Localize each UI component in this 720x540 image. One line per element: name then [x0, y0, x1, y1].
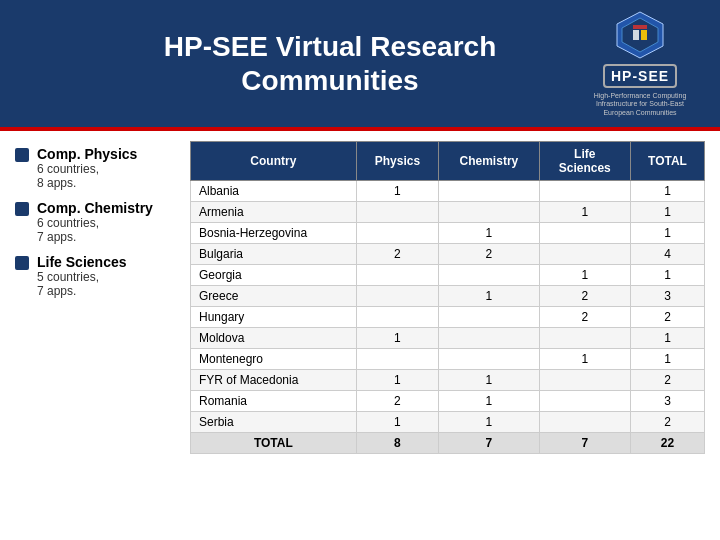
cell-4-3: 1: [539, 265, 630, 286]
cell-10-4: 3: [630, 391, 704, 412]
bullet-icon-3: [15, 256, 29, 270]
cell-3-2: 2: [439, 244, 539, 265]
bullet-content-3: Life Sciences 5 countries, 7 apps.: [37, 254, 127, 298]
cell-1-2: [439, 202, 539, 223]
cell-7-3: [539, 328, 630, 349]
cell-8-2: [439, 349, 539, 370]
header: HP-SEE Virtual Research Communities HP-S…: [0, 0, 720, 127]
table-row: Albania11: [191, 181, 705, 202]
cell-11-3: [539, 412, 630, 433]
hp-see-icon: [615, 10, 665, 60]
svg-rect-3: [641, 30, 647, 40]
cell-8-4: 1: [630, 349, 704, 370]
col-total: TOTAL: [630, 142, 704, 181]
cell-7-0: Moldova: [191, 328, 357, 349]
table-container: Country Physics Chemistry LifeSciences T…: [190, 141, 705, 540]
table-row: Moldova11: [191, 328, 705, 349]
cell-5-2: 1: [439, 286, 539, 307]
cell-0-4: 1: [630, 181, 704, 202]
cell-6-3: 2: [539, 307, 630, 328]
table-header: Country Physics Chemistry LifeSciences T…: [191, 142, 705, 181]
cell-11-0: Serbia: [191, 412, 357, 433]
header-title: HP-SEE Virtual Research Communities: [80, 30, 580, 97]
cell-11-4: 2: [630, 412, 704, 433]
cell-2-4: 1: [630, 223, 704, 244]
cell-11-1: 1: [356, 412, 439, 433]
cell-10-2: 1: [439, 391, 539, 412]
cell-2-0: Bosnia-Herzegovina: [191, 223, 357, 244]
total-cell-2: 7: [439, 433, 539, 454]
data-table: Country Physics Chemistry LifeSciences T…: [190, 141, 705, 454]
table-row: Bosnia-Herzegovina11: [191, 223, 705, 244]
cell-6-4: 2: [630, 307, 704, 328]
bullet-detail1-1: 6 countries,: [37, 162, 137, 176]
cell-2-1: [356, 223, 439, 244]
cell-0-1: 1: [356, 181, 439, 202]
bullet-detail1-3: 5 countries,: [37, 270, 127, 284]
cell-7-4: 1: [630, 328, 704, 349]
cell-1-4: 1: [630, 202, 704, 223]
cell-3-3: [539, 244, 630, 265]
total-cell-1: 8: [356, 433, 439, 454]
cell-4-2: [439, 265, 539, 286]
cell-11-2: 1: [439, 412, 539, 433]
svg-rect-4: [633, 25, 647, 29]
cell-9-1: 1: [356, 370, 439, 391]
bullet-item-comp-chemistry: Comp. Chemistry 6 countries, 7 apps.: [15, 200, 175, 244]
bullet-title-2: Comp. Chemistry: [37, 200, 153, 216]
total-cell-3: 7: [539, 433, 630, 454]
cell-4-4: 1: [630, 265, 704, 286]
svg-rect-2: [633, 30, 639, 40]
bullet-content-2: Comp. Chemistry 6 countries, 7 apps.: [37, 200, 153, 244]
cell-8-3: 1: [539, 349, 630, 370]
cell-0-0: Albania: [191, 181, 357, 202]
cell-3-4: 4: [630, 244, 704, 265]
table-row: Greece123: [191, 286, 705, 307]
cell-5-4: 3: [630, 286, 704, 307]
cell-10-1: 2: [356, 391, 439, 412]
table-row: Serbia112: [191, 412, 705, 433]
logo-area: HP-SEE High-Performance Computing Infras…: [580, 10, 700, 117]
left-panel: Comp. Physics 6 countries, 8 apps. Comp.…: [15, 141, 175, 540]
logo-subtext: High-Performance Computing Infrastructur…: [580, 92, 700, 117]
cell-10-3: [539, 391, 630, 412]
cell-0-2: [439, 181, 539, 202]
cell-5-3: 2: [539, 286, 630, 307]
bullet-icon-1: [15, 148, 29, 162]
cell-8-0: Montenegro: [191, 349, 357, 370]
header-title-line1: HP-SEE Virtual Research: [164, 31, 497, 62]
bullet-title-1: Comp. Physics: [37, 146, 137, 162]
bullet-detail2-1: 8 apps.: [37, 176, 137, 190]
cell-3-1: 2: [356, 244, 439, 265]
bullet-detail2-2: 7 apps.: [37, 230, 153, 244]
table-row: Romania213: [191, 391, 705, 412]
cell-5-1: [356, 286, 439, 307]
cell-6-2: [439, 307, 539, 328]
bullet-content-1: Comp. Physics 6 countries, 8 apps.: [37, 146, 137, 190]
bullet-title-3: Life Sciences: [37, 254, 127, 270]
table-row: Georgia11: [191, 265, 705, 286]
total-cell-0: TOTAL: [191, 433, 357, 454]
table-row: Hungary22: [191, 307, 705, 328]
table-row: FYR of Macedonia112: [191, 370, 705, 391]
bullet-detail2-3: 7 apps.: [37, 284, 127, 298]
col-chemistry: Chemistry: [439, 142, 539, 181]
total-row: TOTAL87722: [191, 433, 705, 454]
cell-9-3: [539, 370, 630, 391]
cell-9-2: 1: [439, 370, 539, 391]
table-body: Albania11Armenia11Bosnia-Herzegovina11Bu…: [191, 181, 705, 454]
table-row: Montenegro11: [191, 349, 705, 370]
header-row: Country Physics Chemistry LifeSciences T…: [191, 142, 705, 181]
bullet-icon-2: [15, 202, 29, 216]
cell-0-3: [539, 181, 630, 202]
logo-text: HP-SEE: [603, 64, 677, 88]
main-content: Comp. Physics 6 countries, 8 apps. Comp.…: [0, 131, 720, 540]
cell-4-0: Georgia: [191, 265, 357, 286]
total-cell-4: 22: [630, 433, 704, 454]
cell-9-4: 2: [630, 370, 704, 391]
cell-8-1: [356, 349, 439, 370]
cell-7-1: 1: [356, 328, 439, 349]
cell-6-0: Hungary: [191, 307, 357, 328]
table-row: Bulgaria224: [191, 244, 705, 265]
col-life-sciences: LifeSciences: [539, 142, 630, 181]
